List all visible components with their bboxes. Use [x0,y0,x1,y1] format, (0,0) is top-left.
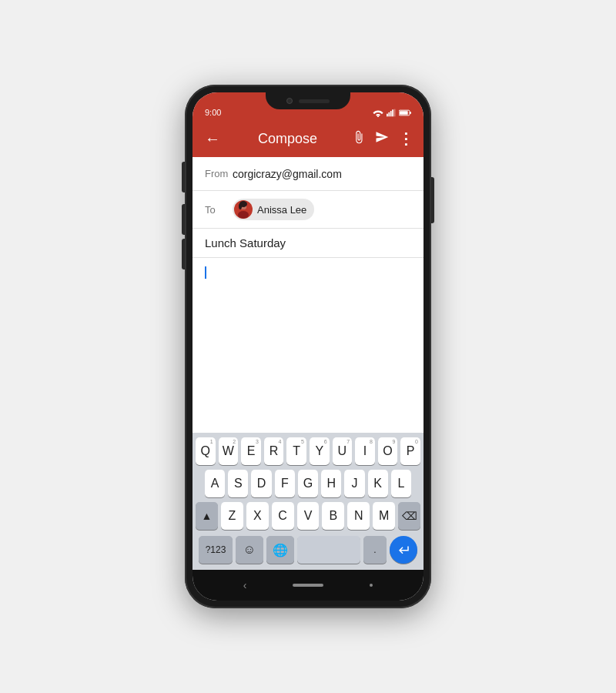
key-a[interactable]: A [205,470,225,497]
key-r[interactable]: 4R [264,437,284,465]
svg-point-13 [239,203,242,209]
phone-screen: 9:00 [192,92,424,601]
svg-rect-3 [390,111,392,116]
paperclip-svg [352,130,366,144]
key-f[interactable]: F [275,470,295,497]
nav-recents-icon[interactable] [370,584,373,587]
key-y[interactable]: 6Y [310,437,330,465]
to-row[interactable]: To Anissa Lee [192,191,424,229]
battery-icon [399,109,411,117]
svg-rect-8 [400,111,408,115]
key-s[interactable]: S [228,470,248,497]
wifi-icon [373,109,383,117]
avatar-svg [234,200,253,219]
app-bar-actions: ⋮ [352,129,414,148]
send-svg [375,130,389,144]
svg-rect-4 [392,109,393,116]
subject-value: Lunch Saturday [205,236,286,249]
back-icon: ← [205,130,220,148]
from-label: From [205,168,233,179]
speaker-notch [299,99,330,103]
keyboard-row-2: A S D F G H J K L [196,470,420,497]
recipient-avatar [234,200,253,219]
status-bar: 9:00 [192,92,424,120]
key-t[interactable]: 5T [286,437,306,465]
subject-field[interactable]: Lunch Saturday [192,229,424,258]
status-icons [373,98,411,117]
text-cursor [205,266,206,279]
nav-bar: ‹ [192,570,424,601]
from-value: corgicrazy@gmail.com [233,168,411,180]
key-z[interactable]: Z [221,502,243,530]
key-l[interactable]: L [391,470,411,497]
notch [266,92,350,109]
enter-svg [397,544,410,555]
svg-rect-5 [394,109,396,117]
signal-icon [387,109,396,117]
key-globe[interactable]: 🌐 [266,536,294,564]
key-space[interactable] [297,536,360,564]
key-p[interactable]: 0P [400,437,420,465]
body-field[interactable] [192,258,424,433]
svg-rect-7 [410,112,411,114]
status-time: 9:00 [205,97,221,117]
recipient-chip[interactable]: Anissa Lee [233,199,314,220]
svg-rect-1 [387,114,388,117]
app-bar: ← Compose ⋮ [192,120,424,157]
key-g[interactable]: G [298,470,318,497]
keyboard: 1Q 2W 3E 4R 5T 6Y 7U 8I 9O 0P A S D F [192,433,424,570]
key-shift[interactable]: ▲ [196,502,218,530]
key-d[interactable]: D [251,470,271,497]
key-u[interactable]: 7U [333,437,353,465]
key-j[interactable]: J [344,470,364,497]
key-period[interactable]: . [363,536,387,564]
nav-back-icon[interactable]: ‹ [243,579,247,591]
back-button[interactable]: ← [202,127,223,151]
key-c[interactable]: C [272,502,294,530]
key-h[interactable]: H [321,470,341,497]
svg-point-0 [377,116,379,117]
phone-device: 9:00 [185,85,431,608]
key-w[interactable]: 2W [219,437,239,465]
key-emoji[interactable]: ☺ [236,536,263,564]
recipient-name: Anissa Lee [257,204,306,216]
key-k[interactable]: K [368,470,388,497]
send-icon[interactable] [375,130,389,147]
key-i[interactable]: 8I [355,437,375,465]
attach-icon[interactable] [352,130,366,147]
keyboard-row-3: ▲ Z X C V B N M ⌫ [196,502,420,530]
from-row: From corgicrazy@gmail.com [192,157,424,191]
key-enter[interactable] [390,536,417,564]
nav-home-pill[interactable] [293,584,323,587]
key-e[interactable]: 3E [241,437,261,465]
key-symbols[interactable]: ?123 [199,536,233,564]
compose-body: From corgicrazy@gmail.com To [192,157,424,570]
app-bar-title: Compose [229,131,346,147]
key-m[interactable]: M [373,502,395,530]
key-v[interactable]: V [297,502,320,530]
keyboard-bottom-row: ?123 ☺ 🌐 . [196,534,420,568]
key-backspace[interactable]: ⌫ [398,502,420,530]
key-n[interactable]: N [347,502,370,530]
to-label: To [205,204,233,216]
svg-rect-2 [388,112,390,116]
key-q[interactable]: 1Q [196,437,216,465]
key-b[interactable]: B [322,502,344,530]
more-icon[interactable]: ⋮ [398,129,414,148]
camera-notch [286,98,293,104]
svg-point-10 [238,211,249,219]
key-x[interactable]: X [246,502,269,530]
key-o[interactable]: 9O [378,437,398,465]
symbols-label: ?123 [206,544,226,555]
keyboard-row-1: 1Q 2W 3E 4R 5T 6Y 7U 8I 9O 0P [196,437,420,465]
